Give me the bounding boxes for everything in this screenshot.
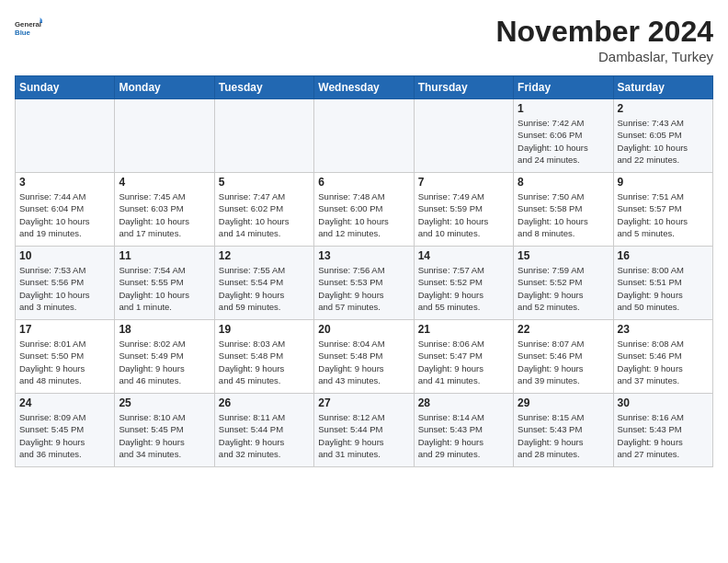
day-info: Sunrise: 7:51 AM Sunset: 5:57 PM Dayligh…: [618, 190, 709, 239]
day-info: Sunrise: 7:43 AM Sunset: 6:05 PM Dayligh…: [618, 117, 709, 166]
day-cell: [16, 99, 115, 173]
day-info: Sunrise: 7:53 AM Sunset: 5:56 PM Dayligh…: [19, 264, 110, 313]
day-info: Sunrise: 7:45 AM Sunset: 6:03 PM Dayligh…: [119, 190, 210, 239]
column-header-monday: Monday: [115, 76, 214, 99]
day-info: Sunrise: 8:03 AM Sunset: 5:48 PM Dayligh…: [219, 338, 310, 386]
day-info: Sunrise: 7:49 AM Sunset: 5:59 PM Dayligh…: [418, 190, 509, 239]
day-number: 16: [618, 249, 709, 262]
day-info: Sunrise: 7:50 AM Sunset: 5:58 PM Dayligh…: [518, 190, 609, 239]
day-info: Sunrise: 8:16 AM Sunset: 5:43 PM Dayligh…: [618, 411, 709, 460]
day-cell: 4Sunrise: 7:45 AM Sunset: 6:03 PM Daylig…: [115, 173, 214, 247]
day-number: 5: [219, 176, 310, 189]
day-info: Sunrise: 8:07 AM Sunset: 5:46 PM Dayligh…: [518, 338, 609, 386]
day-cell: 16Sunrise: 8:00 AM Sunset: 5:51 PM Dayli…: [613, 247, 712, 320]
day-cell: 19Sunrise: 8:03 AM Sunset: 5:48 PM Dayli…: [214, 320, 313, 394]
day-cell: 15Sunrise: 7:59 AM Sunset: 5:52 PM Dayli…: [514, 247, 613, 320]
day-cell: [314, 99, 414, 173]
week-row-2: 3Sunrise: 7:44 AM Sunset: 6:04 PM Daylig…: [16, 173, 713, 247]
day-info: Sunrise: 7:56 AM Sunset: 5:53 PM Dayligh…: [318, 264, 409, 313]
day-number: 18: [119, 323, 210, 336]
day-cell: 28Sunrise: 8:14 AM Sunset: 5:43 PM Dayli…: [414, 394, 513, 467]
day-number: 27: [318, 396, 409, 409]
day-cell: 10Sunrise: 7:53 AM Sunset: 5:56 PM Dayli…: [16, 247, 115, 320]
title-block: November 2024 Dambaslar, Turkey: [495, 15, 713, 64]
column-header-wednesday: Wednesday: [314, 76, 414, 99]
day-cell: [115, 99, 214, 173]
day-cell: 11Sunrise: 7:54 AM Sunset: 5:55 PM Dayli…: [115, 247, 214, 320]
day-number: 10: [19, 249, 110, 262]
day-number: 30: [618, 396, 709, 409]
day-number: 20: [318, 323, 409, 336]
location: Dambaslar, Turkey: [495, 49, 713, 64]
day-number: 12: [219, 249, 310, 262]
day-number: 26: [219, 396, 310, 409]
day-number: 11: [119, 249, 210, 262]
week-row-3: 10Sunrise: 7:53 AM Sunset: 5:56 PM Dayli…: [16, 247, 713, 320]
day-number: 9: [618, 176, 709, 189]
day-number: 8: [518, 176, 609, 189]
day-cell: 1Sunrise: 7:42 AM Sunset: 6:06 PM Daylig…: [514, 99, 613, 173]
day-number: 4: [119, 176, 210, 189]
column-header-friday: Friday: [514, 76, 613, 99]
day-number: 2: [618, 102, 709, 115]
day-cell: 17Sunrise: 8:01 AM Sunset: 5:50 PM Dayli…: [16, 320, 115, 394]
day-cell: [214, 99, 313, 173]
day-info: Sunrise: 8:04 AM Sunset: 5:48 PM Dayligh…: [318, 338, 409, 386]
day-info: Sunrise: 7:44 AM Sunset: 6:04 PM Dayligh…: [19, 190, 110, 239]
day-cell: 21Sunrise: 8:06 AM Sunset: 5:47 PM Dayli…: [414, 320, 513, 394]
day-info: Sunrise: 8:08 AM Sunset: 5:46 PM Dayligh…: [618, 338, 709, 386]
day-number: 14: [418, 249, 509, 262]
column-header-tuesday: Tuesday: [214, 76, 313, 99]
logo: General Blue: [15, 15, 46, 42]
day-cell: 22Sunrise: 8:07 AM Sunset: 5:46 PM Dayli…: [514, 320, 613, 394]
day-info: Sunrise: 7:42 AM Sunset: 6:06 PM Dayligh…: [518, 117, 609, 166]
day-info: Sunrise: 8:10 AM Sunset: 5:45 PM Dayligh…: [119, 411, 210, 460]
day-info: Sunrise: 7:48 AM Sunset: 6:00 PM Dayligh…: [318, 190, 409, 239]
day-cell: 20Sunrise: 8:04 AM Sunset: 5:48 PM Dayli…: [314, 320, 414, 394]
column-header-saturday: Saturday: [613, 76, 712, 99]
day-cell: 8Sunrise: 7:50 AM Sunset: 5:58 PM Daylig…: [514, 173, 613, 247]
day-cell: 9Sunrise: 7:51 AM Sunset: 5:57 PM Daylig…: [613, 173, 712, 247]
page-header: General Blue November 2024 Dambaslar, Tu…: [15, 15, 713, 64]
day-cell: 2Sunrise: 7:43 AM Sunset: 6:05 PM Daylig…: [613, 99, 712, 173]
day-number: 6: [318, 176, 409, 189]
day-number: 23: [618, 323, 709, 336]
day-cell: 30Sunrise: 8:16 AM Sunset: 5:43 PM Dayli…: [613, 394, 712, 467]
day-info: Sunrise: 8:02 AM Sunset: 5:49 PM Dayligh…: [119, 338, 210, 386]
day-cell: 3Sunrise: 7:44 AM Sunset: 6:04 PM Daylig…: [16, 173, 115, 247]
day-info: Sunrise: 7:47 AM Sunset: 6:02 PM Dayligh…: [219, 190, 310, 239]
day-number: 17: [19, 323, 110, 336]
day-cell: 12Sunrise: 7:55 AM Sunset: 5:54 PM Dayli…: [214, 247, 313, 320]
day-cell: 29Sunrise: 8:15 AM Sunset: 5:43 PM Dayli…: [514, 394, 613, 467]
day-cell: [414, 99, 513, 173]
day-cell: 25Sunrise: 8:10 AM Sunset: 5:45 PM Dayli…: [115, 394, 214, 467]
day-cell: 26Sunrise: 8:11 AM Sunset: 5:44 PM Dayli…: [214, 394, 313, 467]
day-number: 25: [119, 396, 210, 409]
day-info: Sunrise: 8:14 AM Sunset: 5:43 PM Dayligh…: [418, 411, 509, 460]
day-number: 15: [518, 249, 609, 262]
day-cell: 24Sunrise: 8:09 AM Sunset: 5:45 PM Dayli…: [16, 394, 115, 467]
day-cell: 13Sunrise: 7:56 AM Sunset: 5:53 PM Dayli…: [314, 247, 414, 320]
day-info: Sunrise: 7:59 AM Sunset: 5:52 PM Dayligh…: [518, 264, 609, 313]
day-cell: 18Sunrise: 8:02 AM Sunset: 5:49 PM Dayli…: [115, 320, 214, 394]
week-row-4: 17Sunrise: 8:01 AM Sunset: 5:50 PM Dayli…: [16, 320, 713, 394]
day-number: 3: [19, 176, 110, 189]
day-number: 1: [518, 102, 609, 115]
day-info: Sunrise: 7:54 AM Sunset: 5:55 PM Dayligh…: [119, 264, 210, 313]
month-title: November 2024: [495, 15, 713, 49]
day-cell: 14Sunrise: 7:57 AM Sunset: 5:52 PM Dayli…: [414, 247, 513, 320]
day-cell: 7Sunrise: 7:49 AM Sunset: 5:59 PM Daylig…: [414, 173, 513, 247]
svg-text:Blue: Blue: [15, 29, 31, 37]
day-info: Sunrise: 8:15 AM Sunset: 5:43 PM Dayligh…: [518, 411, 609, 460]
week-row-1: 1Sunrise: 7:42 AM Sunset: 6:06 PM Daylig…: [16, 99, 713, 173]
day-info: Sunrise: 7:55 AM Sunset: 5:54 PM Dayligh…: [219, 264, 310, 313]
column-header-thursday: Thursday: [414, 76, 513, 99]
header-row: SundayMondayTuesdayWednesdayThursdayFrid…: [16, 76, 713, 99]
day-info: Sunrise: 8:11 AM Sunset: 5:44 PM Dayligh…: [219, 411, 310, 460]
day-info: Sunrise: 8:06 AM Sunset: 5:47 PM Dayligh…: [418, 338, 509, 386]
day-info: Sunrise: 8:12 AM Sunset: 5:44 PM Dayligh…: [318, 411, 409, 460]
column-header-sunday: Sunday: [16, 76, 115, 99]
day-number: 13: [318, 249, 409, 262]
calendar-table: SundayMondayTuesdayWednesdayThursdayFrid…: [15, 75, 713, 467]
day-number: 28: [418, 396, 509, 409]
